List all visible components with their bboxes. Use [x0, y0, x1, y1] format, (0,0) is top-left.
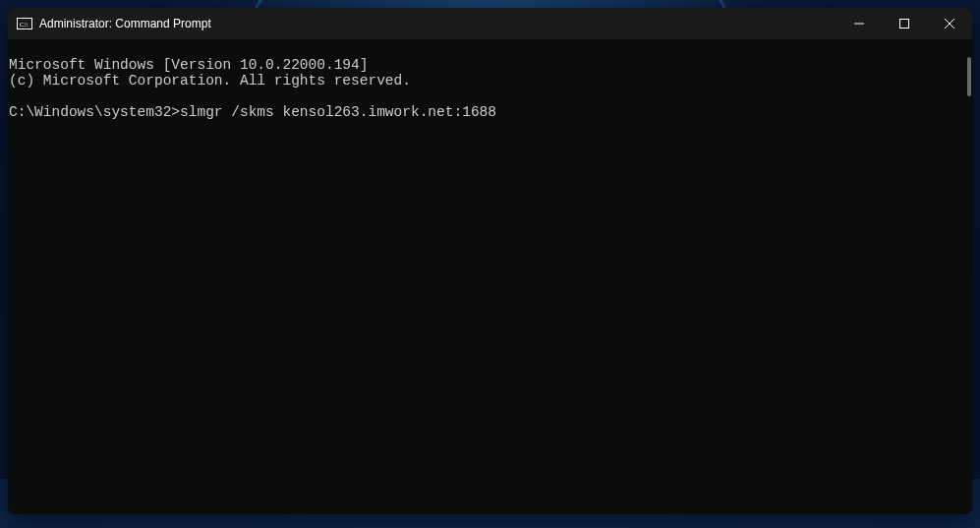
close-button[interactable]: [927, 8, 972, 39]
command-input[interactable]: slmgr /skms kensol263.imwork.net:1688: [180, 104, 496, 120]
banner-line: Microsoft Windows [Version 10.0.22000.19…: [9, 57, 368, 73]
scrollbar-track[interactable]: [956, 39, 972, 514]
scrollbar-thumb[interactable]: [967, 57, 971, 96]
window-title: Administrator: Command Prompt: [39, 17, 211, 30]
svg-text:C:\: C:\: [20, 21, 29, 29]
titlebar[interactable]: C:\ Administrator: Command Prompt: [8, 8, 972, 39]
app-icon: C:\: [17, 16, 32, 31]
banner-line: (c) Microsoft Corporation. All rights re…: [9, 73, 411, 88]
command-prompt-window: C:\ Administrator: Command Prompt Micros…: [8, 8, 972, 514]
minimize-button[interactable]: [836, 8, 882, 39]
terminal-output[interactable]: Microsoft Windows [Version 10.0.22000.19…: [8, 39, 972, 514]
window-controls: [836, 8, 972, 39]
svg-rect-3: [900, 20, 909, 29]
text-cursor: [496, 105, 504, 120]
prompt-path: C:\Windows\system32>: [9, 104, 180, 120]
maximize-button[interactable]: [882, 8, 927, 39]
